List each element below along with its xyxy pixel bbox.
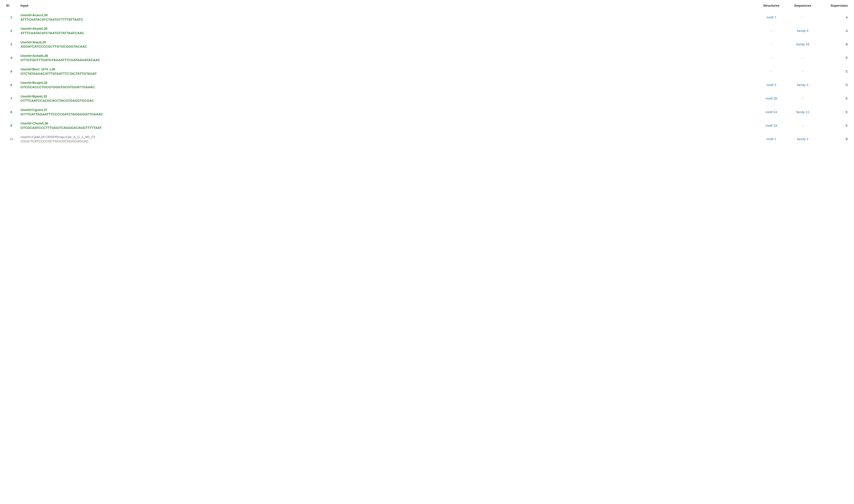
table-row: 6UserId=BcoprL32GTCGCACCCTGCGTGGGTGCGTGG… [4, 78, 850, 92]
input-sequence: AGGATCATCCCCGCTTGTGCGGGTACAAC [20, 44, 753, 49]
structure-link[interactable]: motif 24 [766, 110, 777, 114]
row-id: 5 [4, 65, 18, 78]
row-superclass: E [818, 105, 850, 119]
row-input: UserId=BplebL32GTTTCAATCCACGCACCTACGTGAG… [18, 92, 756, 105]
row-sequence: - [787, 65, 818, 78]
table-row: 4UserId=AshahL36GTTGTGGTTTGATGTAGAATTTCG… [4, 51, 850, 65]
row-id: 1 [4, 11, 18, 24]
row-id: 4 [4, 51, 18, 65]
col-header-structures: Structures [756, 2, 787, 11]
sequence-link[interactable]: family 2 [797, 137, 808, 141]
row-structure: motif 7 [756, 11, 787, 24]
sequence-value: - [802, 70, 803, 73]
row-input: UserId=ChomiL36GTCGCAATCCCTTTGGGTCAGGGAC… [18, 119, 756, 132]
structure-link[interactable]: motif 28 [766, 96, 777, 100]
row-id: 7 [4, 92, 18, 105]
row-superclass: A [818, 24, 850, 38]
table-row: 9UserId=ChomiL36GTCGCAATCCCTTTGGGTCAGGGA… [4, 119, 850, 132]
row-sequence: family 9 [787, 24, 818, 38]
row-input: UserId=BcoprL32GTCGCACCCTGCGTGGGTGCGTGGA… [18, 78, 756, 92]
row-id: 6 [4, 78, 18, 92]
structure-link[interactable]: motif 24 [766, 124, 777, 127]
input-sequence: GTCGCAATCCCTTTGGGTCAGGGACAGGTTTTTAAT [20, 126, 753, 130]
input-userid: UserId=AhydrL30 [20, 26, 753, 31]
row-input: UserId=AhydrL30ATTTCAATACATCTAATGTTATTAA… [18, 24, 756, 38]
row-superclass: E [818, 119, 850, 132]
row-structure: motif 1 [756, 132, 787, 146]
sequence-link[interactable]: family 3 [797, 83, 808, 87]
input-sequence: GTTGTGGTTTGATGTAGAATTTCGATAAGATACAAC [20, 58, 753, 62]
col-header-sequences: Sequences [787, 2, 818, 11]
col-header-superclass: Superclass [818, 2, 850, 11]
row-id: 10 [4, 132, 18, 146]
input-sequence: ATTTCAATACATCTAATGTTTTTATTAATC [20, 17, 753, 22]
row-superclass: B [818, 132, 850, 146]
row-structure: motif 24 [756, 105, 787, 119]
input-userid: UserId=BcoprL32 [20, 80, 753, 85]
input-sequence: CGGCTCATCCCCGCTGGCGCGGGGAGCAC [20, 139, 753, 144]
structure-link[interactable]: motif 1 [766, 137, 776, 141]
input-userid: UserId=ChomiL36 [20, 121, 753, 126]
sequence-link[interactable]: family 9 [797, 29, 808, 33]
input-userid: UserId=Bact_t274_L36 [20, 67, 753, 72]
table-row: 1UserId=AcaccL30ATTTCAATACATCTAATGTTTTTA… [4, 11, 850, 24]
structure-value: - [771, 42, 772, 46]
row-sequence: family 11 [787, 105, 818, 119]
row-sequence: - [787, 11, 818, 24]
row-structure: - [756, 38, 787, 51]
results-table: ID Input Structures Sequences Superclass… [4, 2, 850, 146]
row-sequence: - [787, 119, 818, 132]
row-sequence: family 2 [787, 132, 818, 146]
row-input: UserId=CgracL37GTTTGATTAGAATTTCCCCGATCTA… [18, 105, 756, 119]
row-superclass: E [818, 92, 850, 105]
row-id: 2 [4, 24, 18, 38]
row-structure: motif 28 [756, 92, 787, 105]
row-id: 3 [4, 38, 18, 51]
row-superclass: E [818, 65, 850, 78]
structure-link[interactable]: motif 7 [766, 16, 776, 19]
input-sequence: ATTTCAATACATCTAATGTTATTAATCAAC [20, 31, 753, 35]
sequence-link[interactable]: family 18 [796, 42, 809, 46]
table-header-row: ID Input Structures Sequences Superclass [4, 2, 850, 11]
row-superclass: B [818, 38, 850, 51]
row-structure: - [756, 51, 787, 65]
input-userid: UserId=AlactL29 [20, 40, 753, 44]
row-structure: - [756, 24, 787, 38]
input-userid: UserId=CjeikL29 CRISPRmap=Cjei_A_G_1_M1_… [20, 135, 753, 139]
sequence-value: - [802, 124, 803, 127]
structure-value: - [771, 29, 772, 33]
row-id: 9 [4, 119, 18, 132]
sequence-link[interactable]: family 11 [796, 110, 809, 114]
input-sequence: GTCTATAAGACATTTATAATTTCTACTATTGTAGAT [20, 72, 753, 76]
col-header-input: Input [18, 2, 756, 11]
input-userid: UserId=AcaccL30 [20, 13, 753, 17]
sequence-value: - [802, 96, 803, 100]
row-input: UserId=AlactL29AGGATCATCCCCGCTTGTGCGGGTA… [18, 38, 756, 51]
row-id: 8 [4, 105, 18, 119]
row-input: UserId=AshahL36GTTGTGGTTTGATGTAGAATTTCGA… [18, 51, 756, 65]
input-sequence: GTTTCAATCCACGCACCTACGTGAGGTGCGAC [20, 98, 753, 103]
row-superclass: A [818, 11, 850, 24]
row-input: UserId=Bact_t274_L36GTCTATAAGACATTTATAAT… [18, 65, 756, 78]
input-userid: UserId=AshahL36 [20, 54, 753, 58]
table-row: 8UserId=CgracL37GTTTGATTAGAATTTCCCCGATCT… [4, 105, 850, 119]
structure-value: - [771, 56, 772, 59]
row-sequence: family 3 [787, 78, 818, 92]
table-row: 2UserId=AhydrL30ATTTCAATACATCTAATGTTATTA… [4, 24, 850, 38]
row-structure: motif 24 [756, 119, 787, 132]
table-row: 3UserId=AlactL29AGGATCATCCCCGCTTGTGCGGGT… [4, 38, 850, 51]
sequence-value: - [802, 56, 803, 59]
table-row: 5UserId=Bact_t274_L36GTCTATAAGACATTTATAA… [4, 65, 850, 78]
structure-value: - [771, 70, 772, 73]
input-userid: UserId=BplebL32 [20, 94, 753, 98]
input-sequence: GTCGCACCCTGCGTGGGTGCGTGGATTGAAAC [20, 85, 753, 89]
input-sequence: GTTTGATTAGAATTTCCCCGATCTAGGGGATTGAAAC [20, 112, 753, 116]
row-input: UserId=CjeikL29 CRISPRmap=Cjei_A_G_1_M1_… [18, 132, 756, 146]
row-structure: - [756, 65, 787, 78]
row-superclass: D [818, 78, 850, 92]
col-header-id: ID [4, 2, 18, 11]
table-row: 7UserId=BplebL32GTTTCAATCCACGCACCTACGTGA… [4, 92, 850, 105]
row-input: UserId=AcaccL30ATTTCAATACATCTAATGTTTTTAT… [18, 11, 756, 24]
structure-link[interactable]: motif 3 [766, 83, 776, 87]
row-sequence: - [787, 51, 818, 65]
